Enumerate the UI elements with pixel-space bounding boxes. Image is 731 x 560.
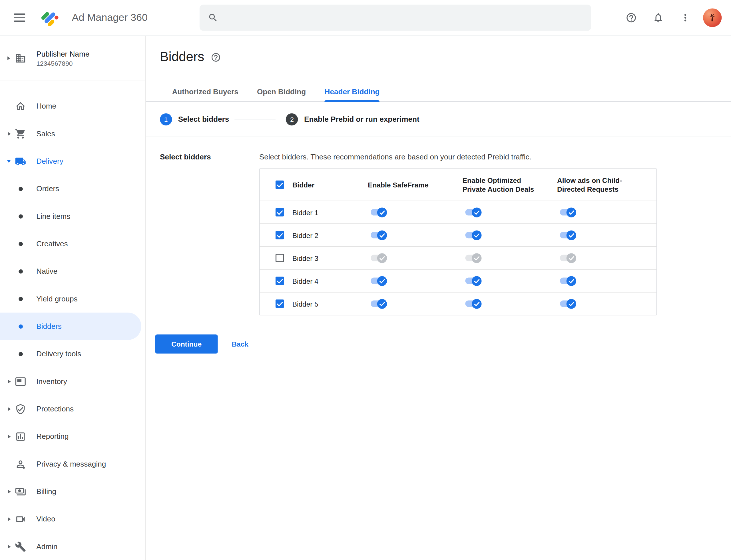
column-header-child-directed: Allow ads on Child-Directed Requests bbox=[557, 176, 656, 194]
stepper: 1Select bidders2Enable Prebid or run exp… bbox=[146, 102, 731, 137]
sidebar-item-yield-groups[interactable]: Yield groups bbox=[0, 285, 145, 313]
sidebar-item-billing[interactable]: Billing bbox=[0, 478, 145, 505]
child-directed-cell bbox=[557, 276, 656, 286]
sidebar-item-bidders[interactable]: Bidders bbox=[0, 313, 141, 340]
publisher-name: Publisher Name bbox=[36, 50, 145, 58]
child-directed-toggle[interactable] bbox=[559, 299, 576, 309]
sidebar-item-native[interactable]: Native bbox=[0, 257, 145, 285]
sidebar-item-label: Orders bbox=[0, 185, 59, 193]
notifications-icon bbox=[653, 12, 664, 23]
column-header-bidder: Bidder bbox=[293, 180, 315, 189]
optimized-deals-toggle[interactable] bbox=[465, 253, 482, 263]
sidebar-item-home[interactable]: Home bbox=[0, 92, 145, 120]
optimized-deals-toggle[interactable] bbox=[465, 207, 482, 217]
bidder-checkbox[interactable] bbox=[276, 277, 284, 285]
step-label: Enable Prebid or run experiment bbox=[304, 115, 419, 123]
search-bar[interactable] bbox=[200, 5, 591, 31]
toggle-knob bbox=[377, 276, 387, 286]
video-icon bbox=[15, 513, 26, 525]
child-directed-cell bbox=[557, 230, 656, 240]
bullet-icon bbox=[19, 297, 23, 301]
sidebar-menu: HomeSalesDeliveryOrdersLine itemsCreativ… bbox=[0, 81, 145, 560]
sidebar-item-label: Native bbox=[0, 267, 57, 275]
bidder-cell: Bidder 1 bbox=[260, 208, 368, 216]
bidder-name: Bidder 4 bbox=[293, 277, 319, 285]
child-directed-toggle[interactable] bbox=[559, 230, 576, 240]
bullet-icon bbox=[19, 187, 23, 191]
privacy-icon bbox=[15, 458, 26, 469]
select-all-checkbox[interactable] bbox=[276, 181, 284, 189]
safeframe-toggle[interactable] bbox=[370, 230, 387, 240]
expand-arrow-icon bbox=[8, 489, 11, 493]
page-help-icon[interactable] bbox=[211, 52, 221, 63]
sidebar-item-label: Bidders bbox=[0, 322, 62, 330]
bidder-checkbox[interactable] bbox=[276, 208, 284, 216]
sidebar-item-line-items[interactable]: Line items bbox=[0, 203, 145, 230]
account-avatar[interactable] bbox=[703, 8, 722, 27]
sidebar-item-reporting[interactable]: Reporting bbox=[0, 423, 145, 450]
palm-tree-icon bbox=[706, 12, 718, 24]
more-options-button[interactable] bbox=[676, 8, 694, 27]
bidder-checkbox[interactable] bbox=[276, 254, 284, 262]
tab-label: Open Bidding bbox=[257, 88, 306, 96]
search-input[interactable] bbox=[225, 13, 583, 22]
sidebar-item-delivery-tools[interactable]: Delivery tools bbox=[0, 340, 145, 367]
optimized-deals-cell bbox=[462, 230, 557, 240]
bullet-icon bbox=[19, 214, 23, 218]
header-cell-bidder: Bidder bbox=[260, 180, 368, 189]
safeframe-cell bbox=[368, 253, 462, 263]
sidebar-item-video[interactable]: Video bbox=[0, 505, 145, 533]
building-icon bbox=[15, 53, 26, 64]
form-actions: Continue Back bbox=[146, 335, 731, 354]
billing-icon bbox=[15, 486, 26, 497]
safeframe-toggle[interactable] bbox=[370, 253, 387, 263]
safeframe-toggle[interactable] bbox=[370, 207, 387, 217]
admin-icon bbox=[15, 541, 26, 552]
bullet-icon bbox=[19, 352, 23, 356]
sidebar-item-orders[interactable]: Orders bbox=[0, 175, 145, 202]
sidebar-item-label: Protections bbox=[0, 405, 74, 413]
optimized-deals-toggle[interactable] bbox=[465, 299, 482, 309]
tab-open-bidding[interactable]: Open Bidding bbox=[257, 83, 306, 101]
bidder-cell: Bidder 2 bbox=[260, 231, 368, 239]
child-directed-toggle[interactable] bbox=[559, 276, 576, 286]
bidder-checkbox[interactable] bbox=[276, 231, 284, 239]
tab-header-bidding[interactable]: Header Bidding bbox=[325, 83, 380, 101]
toggle-knob bbox=[377, 230, 387, 240]
optimized-deals-cell bbox=[462, 207, 557, 217]
child-directed-cell bbox=[557, 299, 656, 309]
optimized-deals-toggle[interactable] bbox=[465, 230, 482, 240]
expand-arrow-icon bbox=[8, 379, 11, 383]
back-link[interactable]: Back bbox=[232, 340, 249, 348]
table-row-bidder-5: Bidder 5 bbox=[260, 292, 656, 315]
sidebar-item-sales[interactable]: Sales bbox=[0, 120, 145, 147]
expand-arrow-icon bbox=[8, 517, 11, 521]
sidebar-item-privacy-messaging[interactable]: Privacy & messaging bbox=[0, 450, 145, 478]
sidebar-item-creatives[interactable]: Creatives bbox=[0, 230, 145, 257]
publisher-selector[interactable]: Publisher Name 1234567890 bbox=[0, 36, 145, 81]
top-app-bar: Ad Manager 360 bbox=[0, 0, 731, 36]
safeframe-toggle[interactable] bbox=[370, 299, 387, 309]
bidder-checkbox[interactable] bbox=[276, 299, 284, 308]
app-name: Ad Manager 360 bbox=[72, 12, 148, 24]
child-directed-toggle[interactable] bbox=[559, 207, 576, 217]
sidebar-item-protections[interactable]: Protections bbox=[0, 395, 145, 423]
step-2-enable-prebid-or-run-experiment[interactable]: 2Enable Prebid or run experiment bbox=[286, 113, 419, 125]
step-1-select-bidders[interactable]: 1Select bidders bbox=[160, 113, 229, 125]
instruction-text: Select bidders. These recommendations ar… bbox=[259, 153, 657, 162]
sidebar-item-admin[interactable]: Admin bbox=[0, 533, 145, 560]
sidebar-item-label: Delivery tools bbox=[0, 350, 81, 358]
column-header-safeframe: Enable SafeFrame bbox=[368, 180, 462, 189]
help-button[interactable] bbox=[622, 8, 640, 27]
hamburger-menu-icon[interactable] bbox=[14, 12, 25, 23]
child-directed-toggle[interactable] bbox=[559, 253, 576, 263]
optimized-deals-toggle[interactable] bbox=[465, 276, 482, 286]
tab-authorized-buyers[interactable]: Authorized Buyers bbox=[172, 83, 238, 101]
sidebar-item-inventory[interactable]: Inventory bbox=[0, 368, 145, 395]
sidebar-item-delivery[interactable]: Delivery bbox=[0, 147, 145, 175]
continue-button[interactable]: Continue bbox=[155, 335, 218, 354]
safeframe-toggle[interactable] bbox=[370, 276, 387, 286]
toggle-knob bbox=[566, 299, 576, 309]
table-row-bidder-3: Bidder 3 bbox=[260, 246, 656, 269]
notifications-button[interactable] bbox=[649, 8, 668, 27]
